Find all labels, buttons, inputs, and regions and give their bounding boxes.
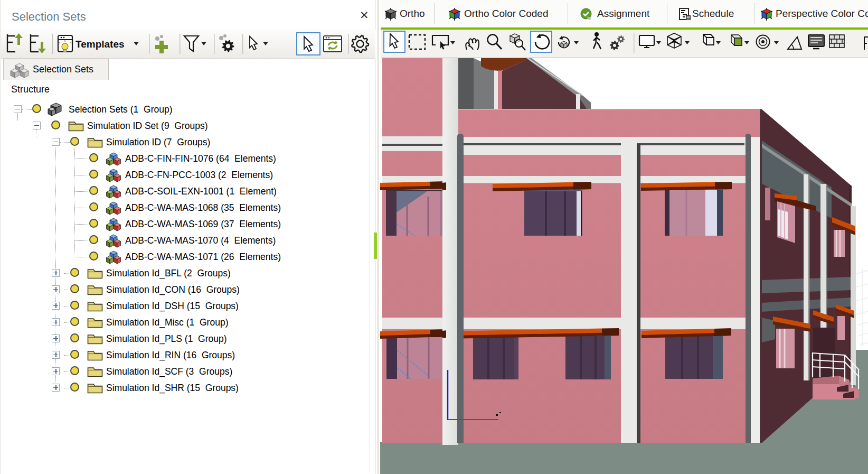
svg-text:Templates: Templates (76, 39, 125, 50)
